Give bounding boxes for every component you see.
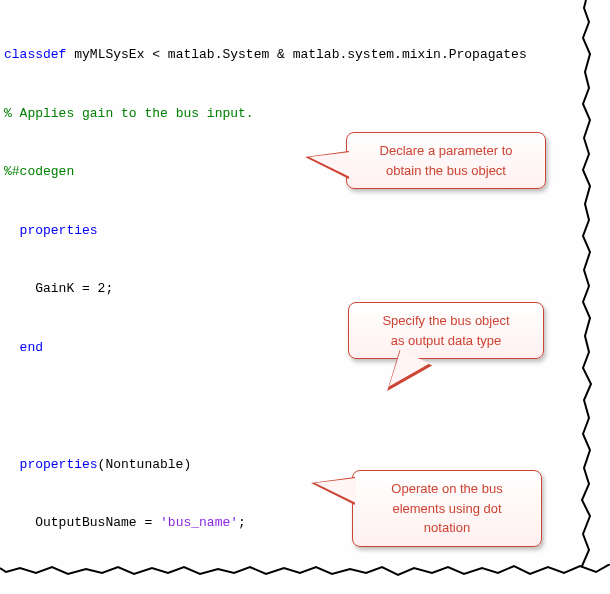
callout-text: Operate on the bus: [391, 481, 502, 496]
txt: ;: [238, 515, 246, 530]
callout-operate-on-bus: Operate on the bus elements using dot no…: [352, 470, 542, 547]
kw-classdef: classdef: [4, 47, 66, 62]
txt: myMLSysEx < matlab.System & matlab.syste…: [66, 47, 526, 62]
callout-text: Declare a parameter to: [380, 143, 513, 158]
kw-properties: properties: [20, 223, 98, 238]
code-line: classdef myMLSysEx < matlab.System & mat…: [4, 45, 592, 65]
txt: (Nontunable): [98, 457, 192, 472]
callout-declare-parameter: Declare a parameter to obtain the bus ob…: [346, 132, 546, 189]
code-screenshot: classdef myMLSysEx < matlab.System & mat…: [0, 0, 610, 594]
callout-text: elements using dot: [392, 501, 501, 516]
txt: OutputBusName =: [35, 515, 160, 530]
string-literal: 'bus_name': [160, 515, 238, 530]
callout-text: notation: [424, 520, 470, 535]
kw-end: end: [20, 340, 43, 355]
callout-text: obtain the bus object: [386, 163, 506, 178]
callout-specify-bus-output: Specify the bus object as output data ty…: [348, 302, 544, 359]
kw-end: end: [20, 574, 43, 589]
code-stmt: GainK = 2;: [4, 279, 592, 299]
callout-text: as output data type: [391, 333, 502, 348]
kw-properties: properties: [20, 457, 98, 472]
callout-text: Specify the bus object: [382, 313, 509, 328]
code-comment: % Applies gain to the bus input.: [4, 104, 592, 124]
